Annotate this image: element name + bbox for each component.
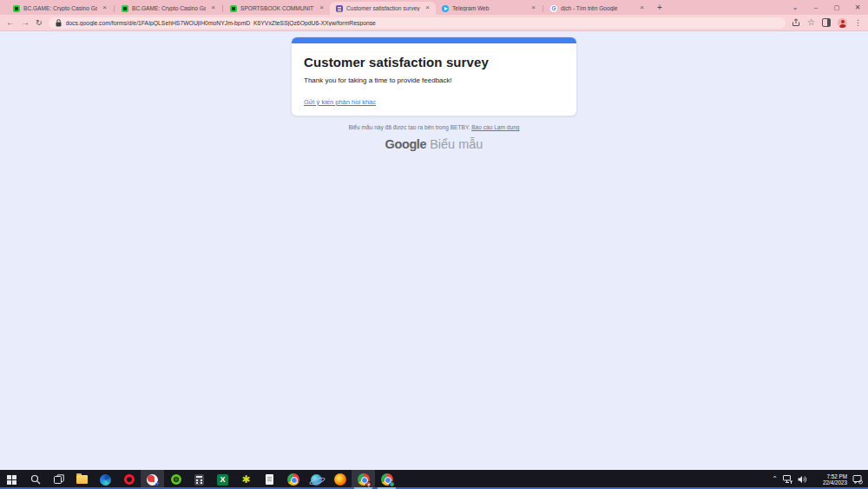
tab-telegram[interactable]: Telegram Web × [436,2,542,15]
form-thankyou-message: Thank you for taking a time to provide f… [304,76,564,84]
tab-title: dịch - Tìm trên Google [561,5,635,11]
forward-button[interactable]: → [21,18,30,27]
yellow-gear-app-button[interactable]: ✱ [234,470,258,489]
tab-title: Customer satisfaction survey [346,5,420,11]
google-favicon: G [550,5,557,12]
tab-close-icon[interactable]: × [101,4,108,12]
tab-separator [222,5,223,12]
red-plus-app-icon [147,474,158,486]
close-window-button[interactable]: ✕ [847,0,868,15]
window-controls: ⌄ – ▢ ✕ [785,0,868,15]
system-tray: ⌃ 7:52 PM 22/4/2023 [772,470,868,489]
browser-toolbar: ← → ↻ docs.google.com/forms/d/e/1FAIpQLS… [0,15,868,31]
bcgame-favicon [230,5,237,12]
notification-center-icon[interactable] [852,474,863,485]
excel-icon: X [217,474,228,486]
tab-title: BC.GAME: Crypto Casino Games [132,5,206,11]
tab-title: Telegram Web [452,5,526,11]
tab-bcgame-2[interactable]: BC.GAME: Crypto Casino Games × [115,2,221,15]
firefox-button[interactable] [328,470,352,489]
taskbar-search-button[interactable] [23,470,47,489]
restore-button[interactable]: ▢ [826,0,847,15]
volume-icon[interactable] [798,475,807,484]
calculator-button[interactable] [187,470,211,489]
screen: BC.GAME: Crypto Casino Games × BC.GAME: … [0,0,868,489]
notepad-icon [266,474,273,485]
toolbar-actions: ☆ ⋮ [792,18,862,28]
page-content: Customer satisfaction survey Thank you f… [0,32,868,470]
task-view-icon [54,474,64,485]
lock-icon [56,19,62,27]
reload-button[interactable]: ↻ [36,18,43,27]
google-forms-brand: GoogleBiểu mẫu [0,136,868,152]
chrome-profile-green-icon [381,473,393,486]
new-tab-button[interactable]: + [657,3,662,13]
profile-badge-green [389,481,395,487]
planet-app-icon [311,474,322,486]
tab-customer-survey-active[interactable]: Customer satisfaction survey × [330,2,436,15]
excel-button[interactable]: X [211,470,234,489]
planet-app-button[interactable] [305,470,328,489]
task-view-button[interactable] [47,470,70,489]
edge-button[interactable] [94,470,117,489]
chrome-profile-red-button[interactable] [352,470,375,489]
clock-date: 22/4/2023 [812,479,847,486]
bcgame-favicon [122,5,128,12]
tab-separator [114,5,115,12]
browser-menu-icon[interactable]: ⋮ [854,18,862,27]
profile-badge-red [365,481,372,487]
url-bar[interactable]: docs.google.com/forms/d/e/1FAIpQLSehHS7W… [49,17,786,29]
start-button[interactable] [0,470,23,489]
url-text: docs.google.com/forms/d/e/1FAIpQLSehHS7W… [66,20,376,26]
tab-sportsbook[interactable]: SPORTSBOOK COMMUNITY SUR × [224,2,330,15]
side-panel-icon[interactable] [822,18,831,27]
taskbar: X ✱ ⌃ [0,470,868,489]
opera-icon [124,474,135,485]
chrome-button[interactable] [281,470,305,489]
share-icon[interactable] [792,18,800,27]
taskbar-clock[interactable]: 7:52 PM 22/4/2023 [812,473,847,486]
card-accent-bar [292,37,576,43]
tab-title: BC.GAME: Crypto Casino Games [23,5,97,11]
browser-tab-strip: BC.GAME: Crypto Casino Games × BC.GAME: … [0,0,868,15]
submit-another-response-link[interactable]: Gửi ý kiến phản hồi khác [304,98,376,106]
tab-google-search[interactable]: G dịch - Tìm trên Google × [544,2,650,15]
network-icon[interactable] [783,475,792,484]
yellow-gear-icon: ✱ [241,474,250,485]
opera-button[interactable] [117,470,141,489]
tab-search-chevron-icon[interactable]: ⌄ [785,0,806,15]
google-forms-favicon [336,5,343,12]
green-circle-app-button[interactable] [164,470,187,489]
forms-product-text: Biểu mẫu [430,137,483,151]
tab-close-icon[interactable]: × [638,4,646,12]
firefox-icon [334,473,346,486]
back-button[interactable]: ← [6,18,15,27]
search-icon [30,474,41,485]
windows-logo-icon [7,475,16,485]
tab-title: SPORTSBOOK COMMUNITY SUR [240,5,314,11]
bookmark-star-icon[interactable]: ☆ [807,18,815,27]
tab-close-icon[interactable]: × [209,4,217,12]
form-response-card: Customer satisfaction survey Thank you f… [291,36,577,116]
report-abuse-link[interactable]: Báo cáo Lạm dụng [471,124,519,130]
profile-avatar[interactable] [838,18,847,28]
tab-separator [542,5,543,12]
tab-bcgame-1[interactable]: BC.GAME: Crypto Casino Games × [7,2,113,15]
calculator-icon [194,474,204,486]
red-plus-app-button[interactable] [141,470,164,489]
tab-close-icon[interactable]: × [424,4,431,12]
notepad-button[interactable] [258,470,281,489]
tab-close-icon[interactable]: × [318,4,326,12]
file-explorer-icon [76,475,88,484]
created-inside-text: Biểu mẫu này đã được tạo ra bên trong BE… [348,124,470,130]
edge-icon [100,474,111,486]
telegram-favicon [442,5,449,12]
bcgame-favicon [13,5,20,12]
clock-time: 7:52 PM [812,473,847,480]
file-explorer-button[interactable] [70,470,94,489]
chrome-profile-green-button[interactable] [375,470,398,489]
tab-close-icon[interactable]: × [529,4,537,12]
tray-chevron-up-icon[interactable]: ⌃ [772,476,778,483]
form-title: Customer satisfaction survey [304,55,564,69]
minimize-button[interactable]: – [806,0,826,15]
